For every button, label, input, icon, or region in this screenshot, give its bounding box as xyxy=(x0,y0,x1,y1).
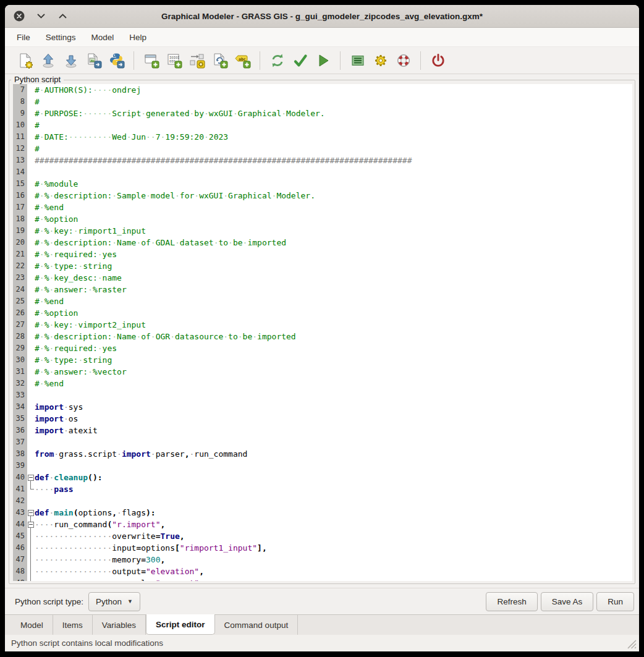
redraw-model-button[interactable] xyxy=(268,51,286,69)
line-number: 23 xyxy=(13,272,27,284)
line-number: 9 xyxy=(13,108,27,119)
maximize-icon xyxy=(59,14,67,19)
fold-margin[interactable] xyxy=(27,472,35,483)
line-number: 29 xyxy=(13,342,27,354)
refresh-button[interactable]: Refresh xyxy=(486,592,537,611)
fold-margin xyxy=(27,554,35,566)
close-button[interactable] xyxy=(14,11,25,22)
script-type-dropdown[interactable]: Python ▼ xyxy=(88,592,140,611)
line-number: 7 xyxy=(13,84,27,96)
fold-margin xyxy=(27,295,35,307)
fold-margin xyxy=(27,284,35,295)
line-number: 25 xyxy=(13,295,27,307)
tab-command-output[interactable]: Command output xyxy=(215,615,299,635)
title-bar[interactable]: Graphical Modeler - GRASS GIS - g_gui_gm… xyxy=(5,5,639,28)
code-text xyxy=(35,460,632,472)
menu-bar: File Settings Model Help xyxy=(5,28,639,47)
run-model-button[interactable] xyxy=(314,51,332,69)
code-text: #·%end xyxy=(35,295,632,307)
open-model-button[interactable] xyxy=(39,51,57,69)
quit-button[interactable] xyxy=(429,51,447,69)
code-line: 42 xyxy=(13,495,632,507)
add-comment-button[interactable]: abc xyxy=(234,51,252,69)
code-line: 20#·%·description:·Name·of·GDAL·dataset·… xyxy=(13,237,632,248)
code-text: def·cleanup(): xyxy=(35,472,632,483)
menu-settings[interactable]: Settings xyxy=(45,32,77,43)
add-loop-button[interactable] xyxy=(211,51,229,69)
code-line: 43def·main(options,·flags): xyxy=(13,507,632,519)
line-number: 24 xyxy=(13,284,27,295)
code-line: 33 xyxy=(13,389,632,401)
code-line: 10# xyxy=(13,119,632,131)
tab-variables[interactable]: Variables xyxy=(93,615,146,635)
code-text: #·%·key:·rimport1_input xyxy=(35,225,632,237)
export-python-button[interactable] xyxy=(108,51,125,69)
validate-model-button[interactable] xyxy=(291,51,309,69)
code-text: ····pass xyxy=(35,483,632,495)
code-line: 48················output="elevation", xyxy=(13,566,632,577)
fold-margin xyxy=(27,530,35,542)
tab-items[interactable]: Items xyxy=(53,615,93,635)
code-line: 49················resample="nearest" xyxy=(13,577,632,581)
menu-model[interactable]: Model xyxy=(91,32,115,43)
fold-margin[interactable] xyxy=(27,519,35,530)
code-lines: 7#·AUTHOR(S):····ondrej8#9#·PURPOSE:····… xyxy=(13,84,632,581)
code-text: #·%·key:·vimport2_input xyxy=(35,319,632,331)
menu-file[interactable]: File xyxy=(16,32,31,43)
tab-model[interactable]: Model xyxy=(11,615,53,635)
script-type-value: Python xyxy=(96,597,122,606)
add-relation-button[interactable] xyxy=(188,51,206,69)
fold-margin xyxy=(27,201,35,213)
add-command-button[interactable] xyxy=(142,51,160,69)
fold-margin xyxy=(27,237,35,248)
code-text: #·%module xyxy=(35,178,632,190)
run-button[interactable]: Run xyxy=(596,592,634,611)
code-line: 28#·%·description:·Name·of·OGR·datasourc… xyxy=(13,331,632,342)
resize-grip[interactable] xyxy=(626,638,637,649)
python-code-editor[interactable]: 7#·AUTHOR(S):····ondrej8#9#·PURPOSE:····… xyxy=(13,84,632,581)
maximize-button[interactable] xyxy=(57,11,68,22)
open-model-icon xyxy=(40,53,56,69)
model-properties-button[interactable] xyxy=(349,51,366,69)
fold-margin xyxy=(27,166,35,178)
help-button[interactable] xyxy=(394,51,412,69)
line-number: 20 xyxy=(13,237,27,248)
code-text: ················resample="nearest" xyxy=(35,577,632,581)
window-title: Graphical Modeler - GRASS GIS - g_gui_gm… xyxy=(5,12,639,21)
code-text: #·%end xyxy=(35,378,632,389)
line-number: 26 xyxy=(13,307,27,319)
fold-margin xyxy=(27,178,35,190)
menu-help[interactable]: Help xyxy=(129,32,147,43)
minimize-button[interactable] xyxy=(35,11,46,22)
code-text: ########################################… xyxy=(35,155,632,166)
save-as-button[interactable]: Save As xyxy=(541,592,594,611)
add-loop-icon xyxy=(212,53,228,69)
fold-margin[interactable] xyxy=(27,507,35,519)
tab-script-editor[interactable]: Script editor xyxy=(146,614,215,635)
fold-margin xyxy=(27,307,35,319)
line-number: 43 xyxy=(13,507,27,519)
script-type-label: Python script type: xyxy=(15,597,83,606)
fold-margin xyxy=(27,448,35,460)
fold-margin xyxy=(27,260,35,272)
fold-margin xyxy=(27,213,35,225)
fold-margin xyxy=(27,436,35,448)
bottom-tabs: Model Items Variables Script editor Comm… xyxy=(5,614,639,635)
code-text: #·%option xyxy=(35,307,632,319)
preferences-button[interactable] xyxy=(371,51,389,69)
code-line: 35import·os xyxy=(13,413,632,425)
new-model-button[interactable] xyxy=(16,51,34,69)
line-number: 49 xyxy=(13,577,27,581)
code-line: 44····run_command("r.import", xyxy=(13,519,632,530)
toolbar-separator xyxy=(133,51,134,70)
code-line: 14 xyxy=(13,166,632,178)
code-line: 21#·%·required:·yes xyxy=(13,248,632,260)
code-line: 45················overwrite=True, xyxy=(13,530,632,542)
code-line: 18#·%option xyxy=(13,213,632,225)
code-line: 32#·%end xyxy=(13,378,632,389)
save-model-button[interactable] xyxy=(62,51,80,69)
export-image-button[interactable] xyxy=(85,51,103,69)
line-number: 27 xyxy=(13,319,27,331)
add-data-button[interactable]: IOIOI OIO xyxy=(165,51,183,69)
modeler-window: Graphical Modeler - GRASS GIS - g_gui_gm… xyxy=(5,5,639,651)
